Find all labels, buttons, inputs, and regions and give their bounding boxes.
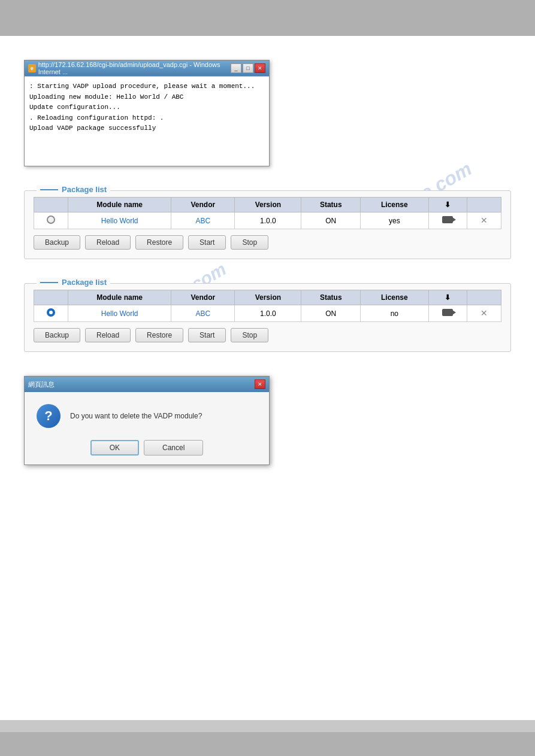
row1-module-link[interactable]: Hello World (101, 217, 138, 225)
package-panel-2: Package list Module name Vendor Version … (24, 283, 511, 352)
dialog-window-controls[interactable]: ✕ (255, 379, 265, 389)
package-section-2: manualshlve.com Package list Module name… (24, 283, 511, 465)
col-radio-1 (34, 198, 68, 212)
col-dl-1: ⬇ (428, 198, 467, 212)
delete-icon[interactable]: ✕ (480, 216, 488, 224)
dialog-title: 網頁訊息 (28, 380, 55, 389)
row1-cam-cell[interactable] (428, 212, 467, 229)
col-actions-1 (467, 198, 501, 212)
row1-license: yes (361, 212, 428, 229)
log-line-3: Update configuration... (29, 102, 264, 113)
dialog-titlebar-left: 網頁訊息 (28, 380, 55, 389)
row2-vendor: ABC (171, 305, 235, 322)
package-list-1-label: Package list (62, 185, 107, 194)
row1-radio-off[interactable] (47, 215, 55, 224)
delete-icon-2[interactable]: ✕ (480, 309, 488, 317)
camera-icon[interactable] (442, 216, 453, 223)
bottom-bar (0, 732, 535, 756)
log-line-5: Upload VADP package successfully (29, 123, 264, 134)
browser-window-controls[interactable]: _ □ ✕ (231, 63, 265, 73)
row2-status: ON (301, 305, 361, 322)
stop-button-1[interactable]: Stop (231, 235, 268, 250)
package-table-1: Module name Vendor Version Status Licens… (34, 197, 501, 229)
minimize-button[interactable]: _ (231, 63, 241, 73)
row1-status: ON (301, 212, 361, 229)
row1-del-cell[interactable]: ✕ (467, 212, 501, 229)
col-license-2: License (361, 290, 428, 305)
top-bar (0, 0, 535, 36)
close-button[interactable]: ✕ (255, 63, 265, 73)
col-radio-2 (34, 290, 68, 305)
col-vendor-1: Vendor (171, 198, 235, 212)
browser-favicon-icon: e (28, 64, 36, 72)
dialog-buttons: OK Cancel (37, 440, 257, 456)
row2-cam-cell[interactable] (428, 305, 467, 322)
package-list-2-label: Package list (62, 278, 107, 287)
col-actions-2 (467, 290, 501, 305)
row1-version: 1.0.0 (235, 212, 301, 229)
col-license-1: License (361, 198, 428, 212)
row2-vendor-link[interactable]: ABC (195, 309, 210, 318)
camera-icon-2[interactable] (442, 309, 453, 316)
panel-1-buttons: Backup Reload Restore Start Stop (34, 235, 501, 250)
reload-button-2[interactable]: Reload (85, 328, 131, 342)
col-version-2: Version (235, 290, 301, 305)
col-vendor-2: Vendor (171, 290, 235, 305)
restore-button-1[interactable]: Restore (135, 235, 183, 250)
backup-button-1[interactable]: Backup (34, 235, 80, 250)
dialog-cancel-button[interactable]: Cancel (144, 440, 203, 456)
row2-radio-cell[interactable] (34, 305, 68, 322)
start-button-1[interactable]: Start (188, 235, 226, 250)
table-row: Hello World ABC 1.0.0 ON no ✕ (34, 305, 501, 322)
row1-vendor-link[interactable]: ABC (195, 217, 210, 225)
browser-titlebar-left: e http://172.16.62.168/cgi-bin/admin/upl… (28, 61, 231, 75)
package-panel-2-title: Package list (37, 278, 110, 287)
browser-title: http://172.16.62.168/cgi-bin/admin/uploa… (38, 61, 231, 75)
main-content: e http://172.16.62.168/cgi-bin/admin/upl… (0, 36, 535, 720)
dialog-titlebar: 網頁訊息 ✕ (25, 377, 269, 392)
dialog-message: Do you want to delete the VADP module? (70, 412, 202, 420)
dialog-ok-button[interactable]: OK (90, 440, 139, 456)
dialog-body: ? Do you want to delete the VADP module?… (25, 392, 269, 464)
package-table-2: Module name Vendor Version Status Licens… (34, 290, 501, 322)
row2-license: no (361, 305, 428, 322)
col-module-name-1: Module name (68, 198, 171, 212)
upload-log-area: : Starting VADP upload procedure, please… (25, 76, 269, 166)
dialog-content: ? Do you want to delete the VADP module? (37, 404, 257, 428)
row1-module-name: Hello World (68, 212, 171, 229)
browser-titlebar: e http://172.16.62.168/cgi-bin/admin/upl… (25, 60, 269, 76)
col-status-1: Status (301, 198, 361, 212)
row2-module-name: Hello World (68, 305, 171, 322)
row1-vendor: ABC (171, 212, 235, 229)
col-version-1: Version (235, 198, 301, 212)
dialog-close-button[interactable]: ✕ (255, 379, 265, 389)
row1-radio-cell[interactable] (34, 212, 68, 229)
package-panel-1-title: Package list (37, 185, 110, 194)
question-icon: ? (37, 404, 61, 428)
package-section-1: manualshlve.com Package list Module name… (24, 190, 511, 259)
log-line-4: . Reloading configuration httpd: . (29, 113, 264, 124)
row2-version: 1.0.0 (235, 305, 301, 322)
log-line-2: Uploading new module: Hello World / ABC (29, 92, 264, 103)
col-status-2: Status (301, 290, 361, 305)
restore-button-2[interactable]: Restore (135, 328, 183, 342)
start-button-2[interactable]: Start (188, 328, 226, 342)
backup-button-2[interactable]: Backup (34, 328, 80, 342)
reload-button-1[interactable]: Reload (85, 235, 131, 250)
package-panel-1: Package list Module name Vendor Version … (24, 190, 511, 259)
upload-browser-window: e http://172.16.62.168/cgi-bin/admin/upl… (24, 60, 270, 166)
stop-button-2[interactable]: Stop (231, 328, 268, 342)
restore-button[interactable]: □ (243, 63, 253, 73)
delete-dialog: 網頁訊息 ✕ ? Do you want to delete the VADP … (24, 376, 270, 465)
table-row: Hello World ABC 1.0.0 ON yes ✕ (34, 212, 501, 229)
row2-module-link[interactable]: Hello World (101, 309, 138, 318)
col-module-name-2: Module name (68, 290, 171, 305)
row2-radio-on[interactable] (47, 308, 55, 317)
row2-del-cell[interactable]: ✕ (467, 305, 501, 322)
col-dl-2: ⬇ (428, 290, 467, 305)
log-line-1: : Starting VADP upload procedure, please… (29, 81, 264, 92)
panel-2-buttons: Backup Reload Restore Start Stop (34, 328, 501, 342)
